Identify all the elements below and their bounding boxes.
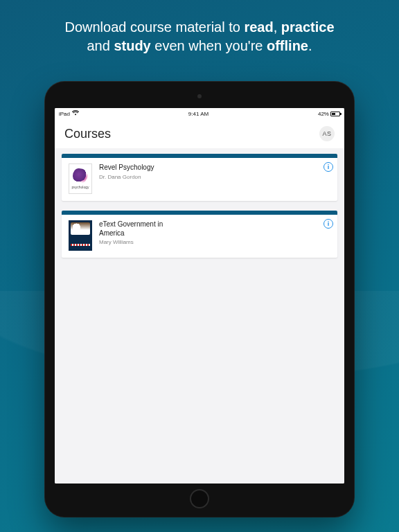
headline-bold-read: read (244, 19, 273, 35)
course-title: Revel Psychology (99, 163, 182, 172)
course-title: eText Government in America (99, 220, 182, 238)
ipad-device-frame: iPad 9:41 AM 42% Courses AS (45, 82, 354, 517)
course-thumbnail: psychology (69, 163, 92, 194)
headline-text: . (308, 38, 312, 53)
info-icon[interactable]: i (323, 162, 333, 172)
thumbnail-caption: psychology (71, 185, 89, 189)
headline-bold-offline: offline (267, 38, 308, 53)
battery-indicator: 42% (318, 111, 340, 117)
course-instructor: Dr. Dana Gordon (99, 174, 330, 180)
course-card[interactable]: psychology Revel Psychology Dr. Dana Gor… (62, 154, 337, 201)
headline-bold-study: study (114, 38, 150, 53)
marketing-headline: Download course material to read, practi… (0, 0, 399, 55)
ipad-camera (197, 94, 202, 98)
headline-text: , (274, 19, 281, 35)
headline-text: even when you're (151, 38, 267, 53)
headline-text: and (87, 38, 114, 53)
app-header: Courses AS (55, 119, 344, 148)
battery-percent: 42% (318, 111, 329, 117)
statusbar-time: 9:41 AM (188, 111, 209, 117)
battery-icon (330, 112, 340, 116)
wifi-icon (72, 110, 79, 117)
course-card[interactable]: eText Government in America Mary William… (62, 211, 337, 258)
page-title: Courses (64, 127, 111, 141)
course-thumbnail (69, 220, 92, 251)
ipad-screen: iPad 9:41 AM 42% Courses AS (55, 108, 344, 484)
info-icon[interactable]: i (323, 219, 333, 229)
headline-text: Download course material to (64, 19, 244, 35)
ios-status-bar: iPad 9:41 AM 42% (55, 108, 344, 119)
ipad-home-button[interactable] (190, 489, 209, 508)
course-instructor: Mary Williams (99, 239, 330, 245)
statusbar-carrier: iPad (59, 111, 70, 117)
course-list: psychology Revel Psychology Dr. Dana Gor… (55, 148, 344, 484)
headline-bold-practice: practice (281, 19, 335, 35)
profile-avatar[interactable]: AS (319, 126, 335, 141)
